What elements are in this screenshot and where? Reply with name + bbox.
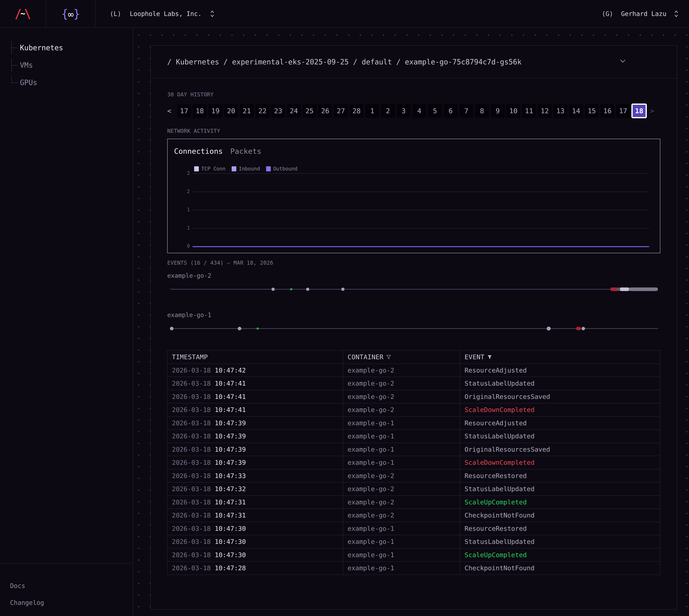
history-prev-arrow[interactable]: <	[167, 104, 171, 118]
day-button[interactable]: 25	[303, 104, 316, 118]
org-abbrev: (L)	[110, 10, 121, 17]
timeline-event-dot-green[interactable]	[290, 288, 292, 290]
day-button[interactable]: 18	[631, 104, 647, 118]
timeline-event-dot-gray[interactable]	[306, 288, 309, 291]
day-button[interactable]: 17	[616, 104, 630, 118]
event-timeline[interactable]	[167, 325, 660, 332]
table-row[interactable]: 2026-03-1810:47:39example-go-1StatusLabe…	[168, 430, 660, 443]
day-button[interactable]: 21	[240, 104, 254, 118]
day-button[interactable]: 28	[350, 104, 363, 118]
brand-logo[interactable]: /~\	[0, 0, 46, 27]
day-button[interactable]: 3	[397, 104, 410, 118]
day-button[interactable]: 14	[569, 104, 583, 118]
event-cell: StatusLabelUpdated	[460, 430, 660, 443]
day-button[interactable]: 6	[444, 104, 458, 118]
timestamp-cell: 2026-03-1810:47:39	[168, 416, 343, 430]
container-cell: example-go-2	[343, 403, 460, 416]
day-history-row: <171819202122232425262728123456789101112…	[167, 104, 660, 118]
container-cell: example-go-1	[343, 430, 460, 443]
footer-link-changelog[interactable]: Changelog	[10, 599, 133, 606]
timeline-event-dot-gray[interactable]	[341, 288, 344, 291]
day-button[interactable]: 10	[506, 104, 520, 118]
day-button[interactable]: 22	[255, 104, 269, 118]
table-row[interactable]: 2026-03-1810:47:39example-go-1ScaleDownC…	[168, 456, 660, 469]
day-button[interactable]: 16	[600, 104, 614, 118]
day-button[interactable]: 4	[412, 104, 426, 118]
table-row[interactable]: 2026-03-1810:47:31example-go-2ScaleUpCom…	[168, 496, 660, 509]
events-table: TIMESTAMPCONTAINEREVENT 2026-03-1810:47:…	[167, 350, 660, 575]
table-row[interactable]: 2026-03-1810:47:32example-go-2StatusLabe…	[168, 482, 660, 496]
timeline-event-dot-gray[interactable]	[170, 327, 174, 330]
table-row[interactable]: 2026-03-1810:47:28example-go-1Checkpoint…	[168, 562, 660, 575]
user-name: Gerhard Lazu	[621, 10, 666, 17]
table-row[interactable]: 2026-03-1810:47:30example-go-1ResourceRe…	[168, 522, 660, 535]
day-button[interactable]: 2	[381, 104, 395, 118]
infinity-logo[interactable]: {∞}	[46, 0, 95, 27]
tab-connections[interactable]: Connections	[174, 147, 223, 156]
breadcrumb[interactable]: / Kubernetes / experimental-eks-2025-09-…	[167, 58, 521, 66]
chevron-down-icon[interactable]	[620, 59, 625, 63]
day-button[interactable]: 17	[177, 104, 191, 118]
table-row[interactable]: 2026-03-1810:47:33example-go-2ResourceRe…	[168, 469, 660, 483]
container-cell: example-go-2	[343, 496, 460, 509]
footer-link-docs[interactable]: Docs	[10, 582, 133, 590]
table-row[interactable]: 2026-03-1810:47:41example-go-2OriginalRe…	[168, 390, 660, 403]
day-button[interactable]: 18	[193, 104, 207, 118]
network-chart-panel: ConnectionsPackets TCP ConnInboundOutbou…	[167, 139, 660, 253]
timeline-event-dot-gray[interactable]	[582, 327, 585, 330]
day-button[interactable]: 12	[538, 104, 552, 118]
table-row[interactable]: 2026-03-1810:47:42example-go-2ResourceAd…	[168, 364, 660, 377]
legend-swatch-icon	[231, 166, 236, 171]
day-button[interactable]: 11	[522, 104, 536, 118]
timeline-cluster-pill[interactable]	[619, 287, 630, 291]
day-button[interactable]: 20	[224, 104, 238, 118]
history-next-arrow[interactable]: >	[650, 104, 654, 118]
timeline-event-dot-gray[interactable]	[271, 288, 275, 291]
table-row[interactable]: 2026-03-1810:47:39example-go-1ResourceAd…	[168, 416, 660, 430]
timeline-cluster-pill[interactable]	[629, 287, 658, 291]
day-button[interactable]: 1	[365, 104, 379, 118]
day-button[interactable]: 27	[334, 104, 348, 118]
column-header-container[interactable]: CONTAINER	[343, 350, 460, 364]
sidebar: KubernetesVMsGPUs DocsChangelog	[0, 28, 133, 616]
table-row[interactable]: 2026-03-1810:47:31example-go-2Checkpoint…	[168, 509, 660, 522]
container-cell: example-go-2	[343, 509, 460, 522]
timeline-event-dot-darkgray[interactable]	[617, 287, 620, 291]
event-cell: OriginalResourcesSaved	[460, 443, 660, 456]
chart-zero-line	[193, 246, 649, 247]
table-row[interactable]: 2026-03-1810:47:41example-go-2StatusLabe…	[168, 377, 660, 390]
filter-icon[interactable]	[386, 355, 391, 359]
container-cell: example-go-1	[343, 522, 460, 535]
day-button[interactable]: 9	[491, 104, 505, 118]
day-button[interactable]: 5	[428, 104, 442, 118]
table-row[interactable]: 2026-03-1810:47:39example-go-1OriginalRe…	[168, 443, 660, 456]
chart-legend: TCP ConnInboundOutbound	[194, 166, 297, 172]
org-switcher[interactable]: (L) Loophole Labs, Inc.	[110, 10, 214, 18]
day-button[interactable]: 7	[459, 104, 473, 118]
timeline-event-dot-gray[interactable]	[547, 327, 551, 331]
sidebar-item-kubernetes[interactable]: Kubernetes	[0, 39, 133, 56]
timestamp-cell: 2026-03-1810:47:31	[168, 496, 343, 509]
day-button[interactable]: 23	[271, 104, 285, 118]
app-root: /~\ {∞} (L) Loophole Labs, Inc. (G) Gerh…	[0, 0, 689, 616]
event-timeline[interactable]	[167, 286, 660, 293]
day-button[interactable]: 8	[475, 104, 489, 118]
table-row[interactable]: 2026-03-1810:47:30example-go-1ScaleUpCom…	[168, 548, 660, 562]
timeline-event-dot-gray[interactable]	[238, 327, 241, 330]
table-row[interactable]: 2026-03-1810:47:30example-go-1StatusLabe…	[168, 535, 660, 548]
day-button[interactable]: 26	[318, 104, 332, 118]
day-button[interactable]: 19	[208, 104, 222, 118]
filter-active-icon[interactable]	[487, 355, 492, 359]
user-switcher[interactable]: (G) Gerhard Lazu	[602, 10, 678, 18]
timeline-event-dot-green[interactable]	[257, 328, 259, 330]
day-button[interactable]: 13	[553, 104, 568, 118]
legend-item: TCP Conn	[194, 166, 225, 172]
tab-packets[interactable]: Packets	[230, 147, 262, 156]
day-button[interactable]: 15	[585, 104, 599, 118]
sidebar-item-gpus[interactable]: GPUs	[0, 74, 133, 91]
table-row[interactable]: 2026-03-1810:47:41example-go-2ScaleDownC…	[168, 403, 660, 416]
column-header-event[interactable]: EVENT	[460, 350, 660, 364]
day-button[interactable]: 24	[287, 104, 301, 118]
timeline-event-dot-redpill[interactable]	[576, 327, 581, 330]
sidebar-item-vms[interactable]: VMs	[0, 56, 133, 74]
